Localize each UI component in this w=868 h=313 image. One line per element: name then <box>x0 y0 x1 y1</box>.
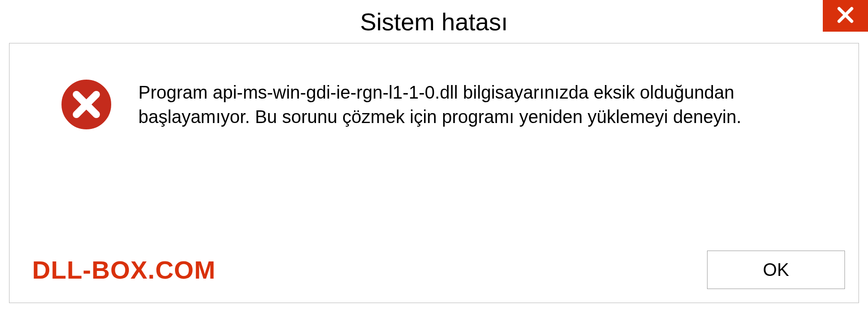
watermark-text: DLL-BOX.COM <box>32 255 216 285</box>
close-icon <box>836 6 854 26</box>
error-message: Program api-ms-win-gdi-ie-rgn-l1-1-0.dll… <box>138 80 822 129</box>
ok-button-label: OK <box>763 260 789 280</box>
title-bar: Sistem hatası <box>0 0 868 43</box>
dialog-footer: DLL-BOX.COM OK <box>9 251 845 289</box>
ok-button[interactable]: OK <box>707 251 845 289</box>
dialog-body: Program api-ms-win-gdi-ie-rgn-l1-1-0.dll… <box>9 43 859 303</box>
close-button[interactable] <box>823 0 868 32</box>
error-icon <box>59 77 113 132</box>
message-row: Program api-ms-win-gdi-ie-rgn-l1-1-0.dll… <box>9 43 859 132</box>
window-title: Sistem hatası <box>360 8 508 36</box>
